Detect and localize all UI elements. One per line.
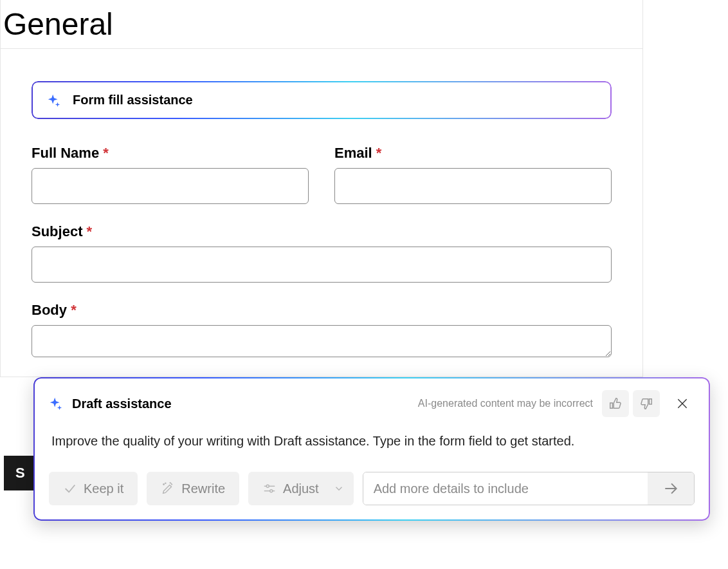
adjust-button[interactable]: Adjust bbox=[248, 472, 354, 505]
form-row-name-email: Full Name * Email * bbox=[32, 145, 612, 204]
draft-assistance-panel: Draft assistance AI-generated content ma… bbox=[33, 377, 710, 521]
rewrite-icon bbox=[161, 481, 175, 496]
form-row-subject: Subject * bbox=[32, 223, 612, 283]
draft-header: Draft assistance AI-generated content ma… bbox=[49, 390, 695, 417]
email-input[interactable] bbox=[334, 168, 612, 204]
form-fill-assistance-banner[interactable]: Form fill assistance bbox=[32, 81, 612, 119]
thumbs-up-icon bbox=[608, 396, 623, 411]
detail-input[interactable] bbox=[363, 472, 648, 505]
thumbs-down-button[interactable] bbox=[633, 390, 660, 417]
page-title: General bbox=[1, 0, 642, 49]
svg-point-3 bbox=[165, 483, 166, 483]
close-icon bbox=[676, 397, 689, 410]
detail-input-container bbox=[363, 472, 695, 505]
field-email: Email * bbox=[334, 145, 612, 204]
chevron-down-icon bbox=[333, 483, 345, 494]
body-label: Body * bbox=[32, 302, 612, 319]
required-marker: * bbox=[376, 145, 382, 161]
form-row-body: Body * bbox=[32, 302, 612, 357]
subject-input[interactable] bbox=[32, 247, 612, 283]
rewrite-label: Rewrite bbox=[181, 481, 225, 496]
page-container: General Form fill assistance Full Name *… bbox=[0, 0, 643, 377]
draft-actions: Keep it Rewrite Adjust bbox=[49, 472, 695, 505]
email-label: Email * bbox=[334, 145, 612, 162]
field-body: Body * bbox=[32, 302, 612, 357]
keep-it-label: Keep it bbox=[84, 481, 123, 496]
required-marker: * bbox=[103, 145, 109, 161]
sparkle-icon bbox=[49, 396, 63, 411]
form-area: Form fill assistance Full Name * Email * bbox=[1, 49, 642, 377]
arrow-right-icon bbox=[662, 480, 679, 497]
draft-body-text: Improve the quality of your writing with… bbox=[51, 434, 695, 449]
required-marker: * bbox=[71, 302, 77, 318]
field-subject: Subject * bbox=[32, 223, 612, 283]
rewrite-button[interactable]: Rewrite bbox=[147, 472, 239, 505]
svg-point-7 bbox=[270, 490, 273, 492]
full-name-label: Full Name * bbox=[32, 145, 309, 162]
submit-button[interactable]: S bbox=[4, 456, 37, 490]
subject-label: Subject * bbox=[32, 223, 612, 240]
svg-point-2 bbox=[163, 484, 164, 485]
subject-label-text: Subject bbox=[32, 223, 82, 239]
form-fill-assistance-label: Form fill assistance bbox=[73, 93, 193, 107]
field-full-name: Full Name * bbox=[32, 145, 309, 204]
close-button[interactable] bbox=[670, 391, 695, 416]
email-label-text: Email bbox=[334, 145, 372, 161]
thumbs-down-icon bbox=[639, 396, 653, 411]
adjust-label: Adjust bbox=[283, 481, 319, 496]
full-name-input[interactable] bbox=[32, 168, 309, 204]
keep-it-button[interactable]: Keep it bbox=[49, 472, 138, 505]
full-name-label-text: Full Name bbox=[32, 145, 99, 161]
sparkle-icon bbox=[47, 93, 61, 107]
adjust-sliders-icon bbox=[262, 481, 277, 496]
svg-point-5 bbox=[266, 485, 269, 487]
send-button[interactable] bbox=[648, 472, 694, 505]
body-label-text: Body bbox=[32, 302, 67, 318]
check-icon bbox=[63, 481, 77, 496]
draft-title: Draft assistance bbox=[72, 396, 172, 411]
required-marker: * bbox=[87, 223, 93, 239]
ai-warning-text: AI-generated content may be incorrect bbox=[418, 398, 593, 409]
thumbs-up-button[interactable] bbox=[602, 390, 629, 417]
body-input[interactable] bbox=[32, 325, 612, 357]
